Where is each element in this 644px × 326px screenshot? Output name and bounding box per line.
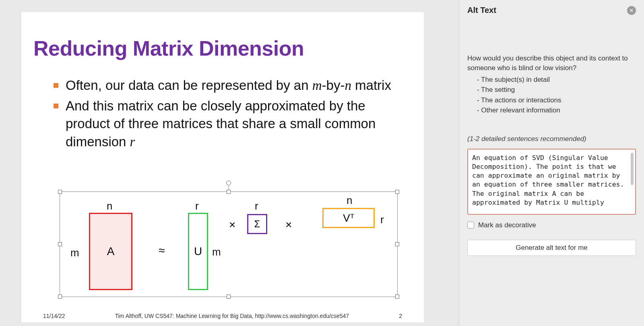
alt-text-hint: (1-2 detailed sentences recommended): [467, 135, 636, 143]
rotate-handle-icon[interactable]: [226, 181, 231, 185]
bullet-item: Often, our data can be represented by an…: [54, 77, 404, 95]
slide-footer: 11/14/22 Tim Althoff, UW CS547: Machine …: [21, 313, 424, 319]
resize-handle[interactable]: [395, 295, 399, 299]
label-r: r: [380, 214, 384, 226]
label-n: n: [347, 194, 352, 207]
label-m: m: [212, 246, 221, 258]
times-op: ×: [229, 218, 235, 231]
prompt-item: - The subject(s) in detail: [477, 75, 636, 85]
label-m: m: [70, 247, 79, 259]
bullet-item: And this matrix can be closely approxima…: [54, 97, 404, 151]
bullet-list: Often, our data can be represented by an…: [54, 77, 404, 151]
mark-decorative-row: Mark as decorative: [467, 221, 636, 229]
close-pane-button[interactable]: ✕: [627, 6, 636, 15]
close-icon: ✕: [629, 7, 634, 14]
bullet-marker-icon: [54, 104, 58, 108]
slide-title: Reducing Matrix Dimension: [33, 36, 404, 60]
alt-text-prompt: How would you describe this object and i…: [467, 54, 636, 73]
footer-page: 2: [399, 313, 402, 319]
prompt-item: - Other relevant information: [477, 105, 636, 116]
label-r: r: [255, 200, 258, 212]
resize-handle[interactable]: [58, 295, 62, 299]
matrix-v-transpose: Vᵀ: [322, 208, 375, 228]
alt-text-input[interactable]: [472, 154, 631, 208]
label-r: r: [195, 200, 199, 212]
label-n: n: [107, 200, 112, 212]
bullet-text: Often, our data can be represented by an…: [66, 77, 404, 95]
sidebar-title: Alt Text: [467, 6, 496, 15]
alt-text-input-container: [467, 149, 636, 215]
footer-credit: Tim Althoff, UW CS547: Machine Learning …: [115, 313, 349, 319]
times-op: ×: [285, 218, 292, 231]
sidebar-header: Alt Text ✕: [467, 6, 636, 15]
matrix-a: A: [89, 213, 132, 290]
bullet-text: And this matrix can be closely approxima…: [66, 97, 404, 151]
app-root: Reducing Matrix Dimension Often, our dat…: [0, 0, 644, 326]
resize-handle[interactable]: [58, 242, 62, 246]
svd-diagram-object[interactable]: n m A ≈ r U m × r Σ × n Vᵀ r: [60, 191, 398, 297]
resize-handle[interactable]: [395, 190, 399, 194]
mark-decorative-checkbox[interactable]: [467, 222, 474, 228]
approx-op: ≈: [159, 244, 165, 257]
resize-handle[interactable]: [227, 295, 231, 299]
alt-text-prompt-list: - The subject(s) in detail - The setting…: [477, 75, 636, 116]
prompt-item: - The setting: [477, 85, 636, 95]
mark-decorative-label: Mark as decorative: [478, 221, 536, 229]
slide[interactable]: Reducing Matrix Dimension Often, our dat…: [21, 12, 424, 322]
generate-alt-text-button[interactable]: Generate alt text for me: [467, 240, 636, 256]
bullet-marker-icon: [54, 83, 58, 88]
matrix-u: U: [188, 213, 208, 290]
scrollbar[interactable]: [631, 153, 634, 185]
alt-text-pane: Alt Text ✕ How would you describe this o…: [459, 0, 644, 326]
resize-handle[interactable]: [58, 190, 62, 194]
resize-handle[interactable]: [227, 190, 231, 194]
prompt-item: - The actions or interactions: [477, 95, 636, 106]
slide-canvas[interactable]: Reducing Matrix Dimension Often, our dat…: [0, 0, 459, 326]
resize-handle[interactable]: [395, 242, 399, 246]
matrix-sigma: Σ: [247, 214, 267, 234]
footer-date: 11/14/22: [43, 313, 65, 319]
